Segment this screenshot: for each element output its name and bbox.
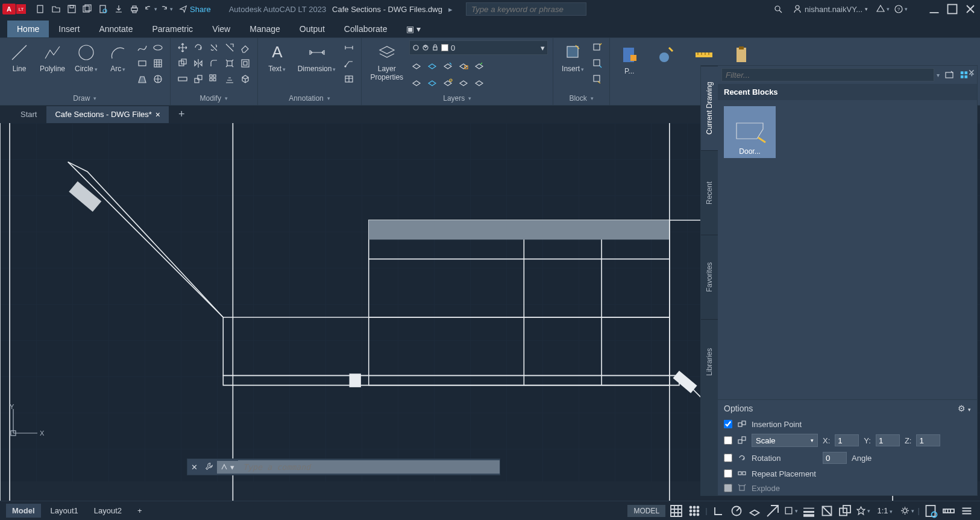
group-button[interactable]: [652, 43, 681, 67]
quickprops-icon[interactable]: [923, 504, 938, 518]
clipboard-button[interactable]: [727, 43, 756, 67]
rotation-checkbox[interactable]: [724, 454, 732, 462]
point-icon[interactable]: [151, 72, 165, 86]
array-icon[interactable]: [207, 72, 221, 86]
tab-home[interactable]: Home: [7, 21, 49, 37]
model-badge[interactable]: MODEL: [627, 505, 665, 517]
tab-parametric[interactable]: Parametric: [142, 21, 203, 37]
osnap-icon[interactable]: [784, 504, 798, 518]
measure-button[interactable]: [689, 43, 718, 67]
box-icon[interactable]: [238, 72, 253, 86]
open-icon[interactable]: [49, 2, 63, 16]
command-input[interactable]: [238, 460, 500, 474]
isodraft-icon[interactable]: [747, 504, 762, 518]
otrack-icon[interactable]: [765, 504, 780, 518]
cycling-icon[interactable]: [838, 504, 852, 518]
rotate-icon[interactable]: [191, 40, 206, 55]
layer-off-icon[interactable]: [409, 59, 424, 73]
table-icon[interactable]: [342, 72, 356, 86]
leader-icon[interactable]: [342, 40, 356, 55]
undo-icon[interactable]: [143, 2, 157, 16]
offset-icon[interactable]: [238, 56, 253, 71]
user-menu[interactable]: nishant.naikVY...▾: [789, 3, 872, 15]
polyline-button[interactable]: Polyline: [36, 40, 69, 74]
line-button[interactable]: Line: [5, 40, 34, 74]
arc-button[interactable]: Arc: [104, 40, 133, 74]
explode-icon[interactable]: [222, 56, 237, 71]
palette-close-icon[interactable]: ✕: [968, 68, 975, 77]
search-icon[interactable]: [771, 2, 785, 16]
attr-block-icon[interactable]: [590, 72, 605, 86]
align-icon[interactable]: [222, 72, 237, 86]
palette-tab-favorites[interactable]: Favorites: [701, 235, 718, 319]
help-icon[interactable]: ?: [893, 2, 908, 16]
tab-collaborate[interactable]: Collaborate: [335, 21, 397, 37]
saveall-icon[interactable]: [80, 2, 95, 16]
tab-annotate[interactable]: Annotate: [89, 21, 142, 37]
lineweight-icon[interactable]: [802, 504, 816, 518]
mleader-icon[interactable]: [342, 56, 356, 71]
tab-output[interactable]: Output: [290, 21, 335, 37]
properties-button[interactable]: P...: [615, 43, 644, 77]
panel-block-title[interactable]: Block: [558, 93, 605, 104]
scale-combo[interactable]: Scale▾: [752, 434, 818, 447]
grid-icon[interactable]: [669, 504, 683, 518]
layer-iso-icon[interactable]: [425, 59, 439, 73]
cmd-close-icon[interactable]: ✕: [187, 463, 201, 472]
layer-lock-icon[interactable]: [456, 59, 471, 73]
rotation-input[interactable]: [823, 452, 847, 464]
search-input[interactable]: [466, 2, 586, 16]
doctab-close-icon[interactable]: ×: [155, 110, 160, 119]
insertion-checkbox[interactable]: [724, 420, 732, 428]
spline-icon[interactable]: [135, 40, 149, 55]
palette-tab-current[interactable]: Current Drawing: [701, 66, 718, 150]
scale-checkbox[interactable]: [724, 436, 732, 445]
layer-freeze-icon[interactable]: [441, 59, 455, 73]
fillet-icon[interactable]: [207, 56, 221, 71]
layout-tab-1[interactable]: Layout1: [45, 504, 84, 518]
extend-icon[interactable]: [222, 40, 237, 55]
insert-button[interactable]: Insert: [558, 40, 588, 74]
autodesk-icon[interactable]: [875, 2, 890, 16]
layer-properties-button[interactable]: Layer Properties: [366, 40, 407, 83]
layout-tab-add[interactable]: +: [131, 504, 148, 518]
dimension-button[interactable]: Dimension: [294, 40, 340, 74]
circle-button[interactable]: Circle: [71, 40, 101, 74]
layer-on-icon[interactable]: [409, 75, 424, 90]
x-input[interactable]: [835, 434, 859, 446]
share-button[interactable]: Share: [174, 5, 216, 14]
panel-modify-title[interactable]: Modify: [175, 93, 253, 104]
text-button[interactable]: AText: [263, 40, 292, 74]
edit-block-icon[interactable]: [590, 56, 605, 71]
layout-tab-model[interactable]: Model: [6, 504, 41, 518]
z-input[interactable]: [916, 434, 940, 446]
erase-icon[interactable]: [238, 40, 253, 55]
customize-icon[interactable]: [960, 504, 974, 518]
palette-browse-icon[interactable]: [942, 68, 956, 82]
snap-icon[interactable]: [687, 504, 702, 518]
stretch-icon[interactable]: [175, 72, 190, 86]
minimize-icon[interactable]: [927, 2, 941, 16]
y-input[interactable]: [876, 434, 900, 446]
saveweb-icon[interactable]: [96, 2, 110, 16]
layout-tab-2[interactable]: Layout2: [88, 504, 128, 518]
panel-draw-title[interactable]: Draw: [5, 93, 165, 104]
cmd-wrench-icon[interactable]: [201, 462, 217, 472]
tab-view[interactable]: View: [203, 21, 240, 37]
annoscale-icon[interactable]: [856, 504, 870, 518]
polar-icon[interactable]: [729, 504, 744, 518]
doctab-start[interactable]: Start: [12, 106, 45, 122]
export-icon[interactable]: [112, 2, 126, 16]
palette-tab-recent[interactable]: Recent: [701, 150, 718, 235]
doctab-add[interactable]: +: [170, 104, 193, 124]
units-icon[interactable]: [941, 504, 956, 518]
layer-unlock-icon[interactable]: [456, 75, 471, 90]
panel-layers-title[interactable]: Layers: [366, 93, 548, 104]
print-icon[interactable]: [127, 2, 142, 16]
block-item-door[interactable]: Door...: [724, 106, 776, 158]
trim-icon[interactable]: [207, 40, 221, 55]
doctab-file[interactable]: Cafe Sections - DWG Files* ×: [46, 106, 169, 123]
layer-make-icon[interactable]: [472, 59, 486, 73]
move-icon[interactable]: [175, 40, 190, 55]
rectangle-icon[interactable]: [135, 56, 149, 71]
